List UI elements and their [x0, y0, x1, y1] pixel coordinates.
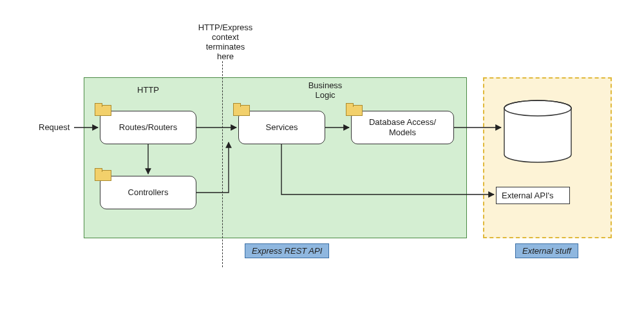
context-divider [222, 61, 223, 267]
controllers-node: Controllers [100, 176, 196, 209]
architecture-diagram: HTTP/Expresscontextterminateshere HTTP B… [0, 0, 644, 322]
external-region-label: External stuff [515, 243, 578, 258]
external-api-label: External API's [502, 191, 554, 200]
express-api-zone [84, 77, 467, 238]
request-label: Request [39, 123, 77, 133]
folder-icon [233, 103, 250, 116]
folder-icon [95, 103, 111, 116]
business-heading: BusinessLogic [299, 81, 351, 100]
external-api-node: External API's [496, 187, 570, 204]
http-heading: HTTP [129, 86, 167, 95]
dal-label: Database Access/Models [369, 117, 436, 137]
routes-label: Routes/Routers [119, 122, 177, 133]
database-label: Database/PersistentStorage [506, 116, 570, 156]
external-zone [483, 77, 612, 238]
express-api-region-label: Express REST API [245, 243, 329, 258]
folder-icon [95, 168, 111, 181]
folder-icon [346, 103, 363, 116]
services-node: Services [238, 111, 325, 144]
services-label: Services [266, 122, 298, 133]
controllers-label: Controllers [128, 187, 169, 198]
dal-node: Database Access/Models [351, 111, 454, 144]
context-note: HTTP/Expresscontextterminateshere [187, 23, 264, 62]
routes-node: Routes/Routers [100, 111, 196, 144]
